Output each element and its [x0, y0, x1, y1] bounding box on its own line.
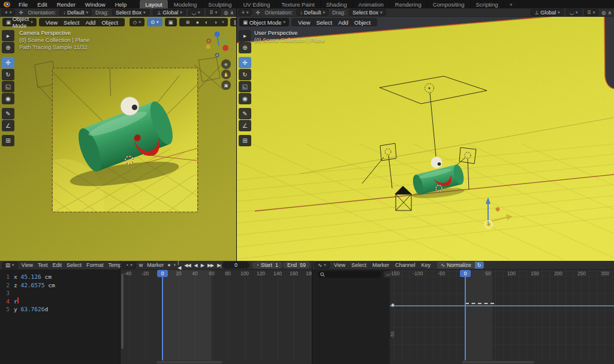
- tool-select-box[interactable]: ▸: [239, 30, 251, 41]
- tool-transform[interactable]: ◉: [2, 93, 14, 104]
- active-tool-icon[interactable]: +▾: [238, 9, 252, 16]
- graph-editor-body[interactable]: ↔ -150 -100 -50 50 100 150 200 250 300 0…: [312, 270, 614, 364]
- auto-keying-record-button[interactable]: ●: [166, 262, 171, 268]
- orientation-dropdown[interactable]: ↓ Default▾: [296, 9, 329, 16]
- proportional-falloff-icon[interactable]: ∧: [230, 10, 234, 16]
- tool-measure[interactable]: ∠: [239, 120, 251, 131]
- tab-modeling[interactable]: Modeling: [168, 0, 203, 8]
- timeline-playhead[interactable]: [162, 270, 163, 360]
- shading-material-icon[interactable]: ◐: [202, 19, 211, 25]
- shading-wireframe-icon[interactable]: ⊕: [183, 19, 193, 25]
- menu-view[interactable]: View: [19, 262, 35, 268]
- prev-keyframe-button[interactable]: ◀◀: [182, 263, 192, 268]
- proportional-edit-toggle[interactable]: ◎: [224, 10, 228, 16]
- tab-scripting[interactable]: Scripting: [471, 0, 504, 8]
- shading-rendered-icon[interactable]: ◑: [211, 19, 220, 25]
- tool-scale[interactable]: ◱: [239, 81, 251, 92]
- tool-annotate[interactable]: ✎: [239, 108, 251, 119]
- menu-select[interactable]: Select: [64, 262, 84, 268]
- tool-select-box[interactable]: ▸: [2, 30, 14, 41]
- channel-search-field[interactable]: [318, 271, 381, 278]
- normalize-auto-refresh-button[interactable]: ↻: [475, 261, 484, 269]
- orientation-dropdown[interactable]: ↓ Default▾: [59, 9, 92, 16]
- next-keyframe-button[interactable]: ▶▶: [206, 263, 215, 268]
- menu-channel[interactable]: Channel: [392, 262, 419, 268]
- current-frame-field[interactable]: 0: [222, 261, 249, 269]
- overlays-dropdown[interactable]: ⊙▾: [147, 18, 162, 26]
- transform-pivot-dropdown[interactable]: ⊥ Global▾: [153, 9, 185, 16]
- menu-select[interactable]: Select: [348, 262, 369, 268]
- tab-uv-editing[interactable]: UV Editing: [237, 0, 276, 8]
- tab-animation[interactable]: Animation: [353, 0, 390, 8]
- play-button[interactable]: ▶: [199, 263, 206, 268]
- tool-cursor[interactable]: ⊕: [2, 42, 14, 53]
- tab-shading[interactable]: Shading: [321, 0, 353, 8]
- menu-edit[interactable]: Edit: [32, 1, 52, 8]
- tab-add-workspace[interactable]: +: [504, 0, 519, 8]
- tool-move[interactable]: ✢: [2, 57, 14, 68]
- timeline-body[interactable]: -40 -20 20 40 60 80 100 120 140 160 180 …: [121, 270, 312, 364]
- menu-edit[interactable]: Edit: [50, 262, 64, 268]
- tool-annotate[interactable]: ✎: [2, 108, 14, 119]
- left-viewport[interactable]: ⊕ ✋ ▣ ▣ Object Mode▾ View Select Add Obj…: [0, 17, 236, 261]
- drag-dropdown[interactable]: Select Box▾: [349, 9, 386, 16]
- proportional-falloff-icon[interactable]: ∧: [608, 10, 612, 16]
- tab-compositing[interactable]: Compositing: [428, 0, 471, 8]
- fcurve-line[interactable]: [390, 305, 614, 306]
- timeline-hscrollbar[interactable]: [156, 361, 222, 363]
- tool-add-cube[interactable]: ⊞: [239, 135, 251, 146]
- play-reverse-button[interactable]: ◀: [192, 263, 199, 268]
- normalize-toggle[interactable]: ∿Normalize: [437, 261, 475, 269]
- snap-settings-dropdown[interactable]: ⠿▾: [584, 9, 599, 16]
- frame-start-field[interactable]: ◔Start 1: [252, 261, 282, 269]
- shading-solid-icon[interactable]: ●: [193, 19, 202, 25]
- graph-hscrollbar[interactable]: [462, 361, 534, 363]
- tool-rotate[interactable]: ↻: [2, 69, 14, 80]
- menu-help[interactable]: Help: [110, 1, 132, 8]
- menu-add[interactable]: Add: [335, 19, 351, 26]
- mode-dropdown[interactable]: ▣ Object Mode▾: [2, 18, 37, 26]
- tool-measure[interactable]: ∠: [2, 120, 14, 131]
- text-editor-body[interactable]: 1 x 45.126 cm 2 z 42.6575 cm 3 4 r 5 y 6…: [0, 270, 120, 364]
- menu-render[interactable]: Render: [52, 1, 80, 8]
- frame-end-field[interactable]: End 59: [283, 261, 310, 269]
- menu-marker[interactable]: Marker: [145, 262, 166, 268]
- tab-texture-paint[interactable]: Texture Paint: [276, 0, 320, 8]
- tool-move[interactable]: ✢: [239, 57, 251, 68]
- tab-layout[interactable]: Layout: [140, 0, 168, 8]
- xray-toggle[interactable]: ▣: [165, 18, 177, 26]
- gizmos-dropdown[interactable]: ◇▾: [130, 18, 145, 26]
- graph-playhead-badge[interactable]: 0: [460, 270, 471, 277]
- tab-rendering[interactable]: Rendering: [390, 0, 428, 8]
- menu-view-clipped[interactable]: w: [137, 262, 145, 268]
- jump-to-end-button[interactable]: ▶|: [215, 263, 222, 268]
- render-pause-button[interactable]: ∥: [230, 18, 236, 26]
- graph-playhead[interactable]: [465, 270, 466, 360]
- editor-type-dropdown[interactable]: ∿▾: [314, 262, 330, 269]
- tool-scale[interactable]: ◱: [2, 81, 14, 92]
- jump-to-start-button[interactable]: |◀: [176, 260, 182, 270]
- text-editor-scrollbar[interactable]: [121, 273, 124, 349]
- menu-text[interactable]: Text: [35, 262, 50, 268]
- menu-key[interactable]: Key: [419, 262, 434, 268]
- tool-rotate[interactable]: ↻: [239, 69, 251, 80]
- drag-dropdown[interactable]: Select Box▾: [112, 9, 149, 16]
- menu-file[interactable]: File: [14, 1, 32, 8]
- tool-add-cube[interactable]: ⊞: [2, 135, 14, 146]
- menu-select[interactable]: Select: [313, 19, 335, 26]
- menu-add[interactable]: Add: [82, 19, 98, 26]
- menu-select[interactable]: Select: [61, 19, 82, 26]
- snap-magnet-toggle[interactable]: ◡▾: [566, 9, 582, 16]
- menu-view[interactable]: View: [43, 19, 61, 26]
- menu-marker[interactable]: Marker: [369, 262, 392, 268]
- mode-dropdown[interactable]: ▣ Object Mode▾: [239, 18, 289, 26]
- menu-format[interactable]: Format: [84, 262, 106, 268]
- snap-magnet-toggle[interactable]: ◡▾: [188, 9, 204, 16]
- editor-type-dropdown[interactable]: ▤▾: [2, 262, 18, 269]
- tool-cursor[interactable]: ⊕: [239, 42, 251, 53]
- menu-object[interactable]: Object: [351, 19, 374, 26]
- tab-sculpting[interactable]: Sculpting: [203, 0, 237, 8]
- menu-window[interactable]: Window: [80, 1, 110, 8]
- menu-object[interactable]: Object: [98, 19, 121, 26]
- transform-pivot-dropdown[interactable]: ⊥ Global▾: [531, 9, 563, 16]
